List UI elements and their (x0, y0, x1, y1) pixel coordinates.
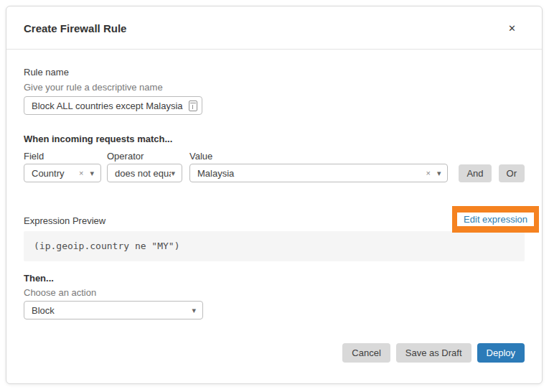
close-icon[interactable]: ✕ (508, 24, 516, 33)
dialog-body: Rule name Give your rule a descriptive n… (6, 50, 542, 380)
expression-preview-header: Expression Preview Edit expression (24, 214, 525, 228)
value-caret-down-icon[interactable]: ▾ (437, 169, 441, 177)
annotation-highlight: Edit expression (452, 206, 539, 233)
operator-label: Operator (107, 151, 189, 162)
create-firewall-rule-dialog: Create Firewall Rule ✕ Rule name Give yo… (6, 6, 543, 384)
operator-select[interactable]: does not equal ▾ (107, 164, 182, 182)
or-button[interactable]: Or (499, 164, 525, 182)
rule-name-input[interactable]: Block ALL countries except Malaysia (24, 96, 202, 115)
edit-expression-link[interactable]: Edit expression (457, 213, 534, 226)
match-heading: When incoming requests match... (24, 134, 525, 145)
match-labels-row: Field Operator Value (24, 151, 525, 162)
field-caret-down-icon[interactable]: ▾ (90, 169, 94, 177)
action-select-value: Block (32, 305, 192, 316)
rule-name-helper: Give your rule a descriptive name (24, 82, 525, 93)
action-select[interactable]: Block ▾ (24, 301, 203, 319)
field-select[interactable]: Country × ▾ (24, 164, 101, 182)
deploy-button[interactable]: Deploy (477, 343, 525, 363)
dialog-title: Create Firewall Rule (24, 22, 126, 34)
action-caret-down-icon[interactable]: ▾ (192, 307, 196, 314)
autofill-icon (189, 101, 197, 111)
expression-code: (ip.geoip.country ne "MY") (24, 231, 525, 261)
cancel-button[interactable]: Cancel (342, 343, 390, 363)
field-label: Field (24, 151, 107, 162)
and-button[interactable]: And (459, 164, 491, 182)
match-selects-row: Country × ▾ does not equal ▾ Malaysia × … (24, 164, 525, 182)
rule-name-label: Rule name (24, 67, 525, 78)
expression-preview-label: Expression Preview (24, 215, 105, 227)
field-clear-icon[interactable]: × (79, 169, 83, 177)
value-label: Value (189, 151, 525, 162)
save-as-draft-button[interactable]: Save as Draft (396, 343, 471, 363)
value-select-value: Malaysia (197, 168, 421, 179)
operator-select-value: does not equal (115, 168, 171, 179)
rule-name-value: Block ALL countries except Malaysia (32, 101, 189, 111)
field-select-value: Country (32, 168, 75, 179)
dialog-footer: Cancel Save as Draft Deploy (24, 343, 525, 363)
action-label: Choose an action (24, 287, 525, 299)
value-select[interactable]: Malaysia × ▾ (189, 164, 448, 182)
dialog-header: Create Firewall Rule ✕ (6, 6, 542, 50)
then-heading: Then... (24, 273, 525, 284)
value-clear-icon[interactable]: × (426, 169, 430, 177)
operator-caret-down-icon[interactable]: ▾ (171, 169, 175, 177)
